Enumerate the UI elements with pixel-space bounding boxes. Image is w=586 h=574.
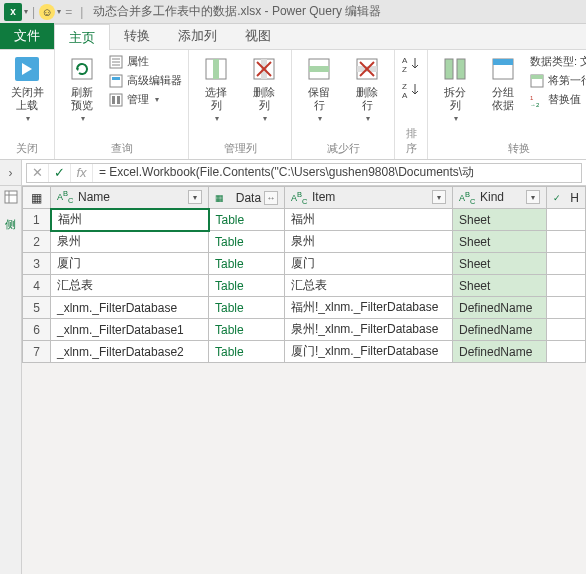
cell-item[interactable]: 泉州!_xlnm._FilterDatabase [285, 319, 453, 341]
row-number[interactable]: 1 [23, 209, 51, 231]
smiley-icon[interactable]: ☺ [39, 4, 55, 20]
queries-pane-toggle[interactable]: › [0, 160, 22, 185]
commit-formula-icon[interactable]: ✓ [49, 164, 71, 182]
cell-item[interactable]: 厦门 [285, 253, 453, 275]
manage-button[interactable]: 管理 ▾ [109, 92, 182, 107]
split-column-button[interactable]: 拆分 列 ▾ [434, 54, 476, 123]
column-header-data[interactable]: ▦ Data ↔ [209, 187, 285, 209]
cell-kind[interactable]: Sheet [453, 231, 547, 253]
cell-name[interactable]: 泉州 [51, 231, 209, 253]
properties-button[interactable]: 属性 [109, 54, 182, 69]
row-number[interactable]: 6 [23, 319, 51, 341]
cell-data[interactable]: Table [209, 209, 285, 231]
row-number[interactable]: 5 [23, 297, 51, 319]
cell-data[interactable]: Table [209, 275, 285, 297]
cell-hidden[interactable] [547, 253, 586, 275]
row-number[interactable]: 7 [23, 341, 51, 363]
column-header-name[interactable]: ABC Name ▾ [51, 187, 209, 209]
replace-values-button[interactable]: 1→2 替换值 [530, 92, 586, 107]
tab-view[interactable]: 视图 [231, 23, 285, 49]
filter-icon[interactable]: ▾ [188, 190, 202, 204]
cell-name[interactable]: 厦门 [51, 253, 209, 275]
sort-desc-icon[interactable]: ZA [401, 80, 421, 100]
cell-kind[interactable]: DefinedName [453, 297, 547, 319]
chevron-down-icon[interactable]: ▾ [454, 114, 458, 123]
column-header-kind[interactable]: ABC Kind ▾ [453, 187, 547, 209]
table-row[interactable]: 6_xlnm._FilterDatabase1Table泉州!_xlnm._Fi… [23, 319, 586, 341]
table-row[interactable]: 3厦门Table厦门Sheet [23, 253, 586, 275]
tab-add-column[interactable]: 添加列 [164, 23, 231, 49]
tab-transform[interactable]: 转换 [110, 23, 164, 49]
first-row-headers-button[interactable]: 将第一行用 [530, 73, 586, 88]
cell-data[interactable]: Table [209, 341, 285, 363]
cell-name[interactable]: _xlnm._FilterDatabase1 [51, 319, 209, 341]
filter-icon[interactable]: ▾ [432, 190, 446, 204]
cell-item[interactable]: 福州 [285, 209, 453, 231]
qa-dropdown-icon[interactable]: ▾ [24, 7, 28, 16]
remove-rows-button[interactable]: 删除 行 ▾ [346, 54, 388, 123]
chevron-down-icon[interactable]: ▾ [215, 114, 219, 123]
sort-asc-icon[interactable]: AZ [401, 54, 421, 74]
row-number[interactable]: 4 [23, 275, 51, 297]
chevron-down-icon[interactable]: ▾ [155, 95, 159, 104]
refresh-preview-button[interactable]: 刷新 预览 ▾ [61, 54, 103, 123]
cell-hidden[interactable] [547, 319, 586, 341]
group-by-button[interactable]: 分组 依据 [482, 54, 524, 112]
filter-icon[interactable]: ▾ [526, 190, 540, 204]
close-load-button[interactable]: 关闭并 上载 ▾ [6, 54, 48, 123]
keep-rows-button[interactable]: 保留 行 ▾ [298, 54, 340, 123]
queries-vertical-label[interactable]: 侧 [4, 210, 18, 224]
fx-icon[interactable]: fx [71, 164, 93, 182]
formula-input[interactable]: = Excel.Workbook(File.Contents("C:\Users… [93, 164, 581, 181]
advanced-editor-button[interactable]: 高级编辑器 [109, 73, 182, 88]
chevron-down-icon[interactable]: ▾ [366, 114, 370, 123]
data-grid[interactable]: ▦ ABC Name ▾ ▦ Data ↔ [22, 186, 586, 574]
cell-kind[interactable]: DefinedName [453, 341, 547, 363]
cell-kind[interactable]: Sheet [453, 275, 547, 297]
cell-data[interactable]: Table [209, 297, 285, 319]
cell-hidden[interactable] [547, 209, 586, 231]
chevron-down-icon[interactable]: ▾ [81, 114, 85, 123]
cell-item[interactable]: 汇总表 [285, 275, 453, 297]
row-number[interactable]: 2 [23, 231, 51, 253]
cell-item[interactable]: 福州!_xlnm._FilterDatabase [285, 297, 453, 319]
chevron-down-icon[interactable]: ▾ [263, 114, 267, 123]
cell-name[interactable]: 福州 [51, 209, 209, 231]
cell-hidden[interactable] [547, 341, 586, 363]
cell-kind[interactable]: DefinedName [453, 319, 547, 341]
cell-item[interactable]: 泉州 [285, 231, 453, 253]
qa-dropdown-icon[interactable]: ▾ [57, 7, 61, 16]
table-row[interactable]: 1福州Table福州Sheet [23, 209, 586, 231]
data-type-button[interactable]: 数据类型: 文本 [530, 54, 586, 69]
type-text-icon: ABC [291, 190, 309, 206]
table-row[interactable]: 4汇总表Table汇总表Sheet [23, 275, 586, 297]
cell-name[interactable]: _xlnm._FilterDatabase [51, 297, 209, 319]
expand-icon[interactable]: ↔ [264, 191, 278, 205]
tab-file[interactable]: 文件 [0, 23, 54, 49]
table-icon[interactable] [4, 190, 18, 204]
cell-data[interactable]: Table [209, 319, 285, 341]
cell-name[interactable]: 汇总表 [51, 275, 209, 297]
cancel-formula-icon[interactable]: ✕ [27, 164, 49, 182]
cell-data[interactable]: Table [209, 231, 285, 253]
cell-kind[interactable]: Sheet [453, 209, 547, 231]
remove-columns-button[interactable]: 删除 列 ▾ [243, 54, 285, 123]
cell-item[interactable]: 厦门!_xlnm._FilterDatabase [285, 341, 453, 363]
table-row[interactable]: 2泉州Table泉州Sheet [23, 231, 586, 253]
cell-data[interactable]: Table [209, 253, 285, 275]
chevron-down-icon[interactable]: ▾ [318, 114, 322, 123]
cell-hidden[interactable] [547, 231, 586, 253]
chevron-down-icon[interactable]: ▾ [26, 114, 30, 123]
column-header-item[interactable]: ABC Item ▾ [285, 187, 453, 209]
cell-name[interactable]: _xlnm._FilterDatabase2 [51, 341, 209, 363]
tab-home[interactable]: 主页 [54, 24, 110, 50]
select-all-corner[interactable]: ▦ [23, 187, 51, 209]
table-row[interactable]: 7_xlnm._FilterDatabase2Table厦门!_xlnm._Fi… [23, 341, 586, 363]
cell-hidden[interactable] [547, 275, 586, 297]
table-row[interactable]: 5_xlnm._FilterDatabaseTable福州!_xlnm._Fil… [23, 297, 586, 319]
column-header-hidden[interactable]: ✓H [547, 187, 586, 209]
choose-columns-button[interactable]: 选择 列 ▾ [195, 54, 237, 123]
cell-kind[interactable]: Sheet [453, 253, 547, 275]
cell-hidden[interactable] [547, 297, 586, 319]
row-number[interactable]: 3 [23, 253, 51, 275]
